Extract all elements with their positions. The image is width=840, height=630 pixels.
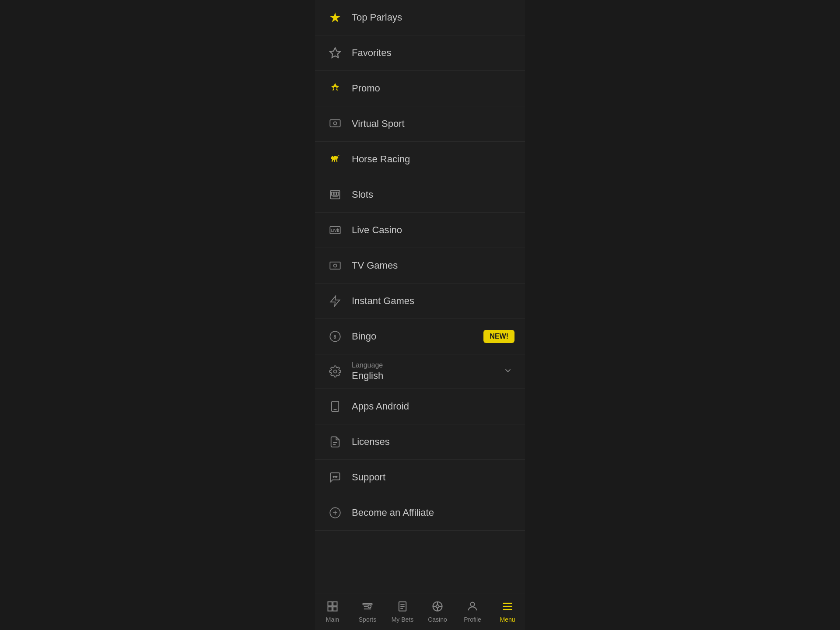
profile-nav-label: Profile [464, 616, 481, 623]
svg-point-12 [337, 228, 339, 230]
svg-rect-30 [328, 602, 332, 606]
nav-item-menu[interactable]: Menu [490, 599, 525, 623]
sports-nav-icon [360, 599, 374, 613]
licenses-icon [327, 434, 343, 450]
svg-point-48 [470, 602, 474, 606]
slots-label: Slots [352, 189, 373, 200]
horse-racing-label: Horse Racing [352, 154, 410, 165]
menu-nav-icon [500, 599, 514, 613]
nav-item-casino[interactable]: Casino [420, 599, 455, 623]
svg-rect-20 [332, 401, 339, 411]
main-nav-icon [326, 599, 340, 613]
svg-point-26 [336, 476, 337, 477]
svg-point-15 [334, 264, 337, 267]
live-casino-label: Live Casino [352, 224, 402, 236]
profile-nav-icon [466, 599, 480, 613]
instant-games-label: Instant Games [352, 295, 414, 307]
menu-item-promo[interactable]: Promo [315, 71, 525, 106]
svg-rect-14 [330, 262, 340, 269]
nav-item-profile[interactable]: Profile [455, 599, 490, 623]
slots-icon [327, 187, 343, 203]
menu-item-support[interactable]: Support [315, 460, 525, 495]
casino-nav-label: Casino [428, 616, 447, 623]
nav-item-sports[interactable]: Sports [350, 599, 385, 623]
promo-icon [327, 80, 343, 96]
bottom-nav: Main Sports My [315, 594, 525, 630]
casino-nav-icon [430, 599, 444, 613]
svg-rect-31 [333, 602, 337, 606]
svg-marker-0 [330, 48, 340, 57]
svg-point-3 [334, 122, 337, 125]
menu-content: Top Parlays Favorites Promo [315, 0, 525, 630]
svg-point-24 [333, 476, 334, 477]
menu-item-virtual-sport[interactable]: Virtual Sport [315, 106, 525, 142]
language-text: Language English [352, 361, 499, 382]
svg-text:8: 8 [334, 334, 336, 340]
menu-item-top-parlays[interactable]: Top Parlays [315, 0, 525, 35]
my-bets-nav-icon [396, 599, 410, 613]
menu-item-live-casino[interactable]: LIVE Live Casino [315, 213, 525, 248]
apps-android-label: Apps Android [352, 401, 409, 412]
svg-rect-7 [334, 192, 336, 195]
svg-rect-2 [330, 120, 340, 127]
svg-point-43 [436, 605, 439, 608]
instant-games-icon [327, 293, 343, 309]
svg-point-1 [334, 87, 337, 90]
svg-point-36 [368, 605, 371, 608]
bingo-badge: NEW! [483, 330, 514, 343]
svg-point-19 [334, 370, 337, 373]
settings-icon [327, 364, 343, 379]
sports-nav-label: Sports [359, 616, 376, 623]
svg-rect-32 [328, 607, 332, 611]
top-parlays-label: Top Parlays [352, 12, 402, 23]
main-nav-label: Main [326, 616, 339, 623]
menu-item-bingo[interactable]: 8 Bingo NEW! [315, 319, 525, 354]
svg-rect-8 [337, 192, 339, 195]
svg-point-13 [337, 231, 339, 232]
affiliate-icon [327, 505, 343, 521]
menu-item-affiliate[interactable]: Become an Affiliate [315, 495, 525, 531]
nav-item-my-bets[interactable]: My Bets [385, 599, 420, 623]
svg-rect-34 [363, 603, 372, 605]
affiliate-label: Become an Affiliate [352, 507, 434, 518]
top-parlays-icon [327, 10, 343, 25]
app-container: Top Parlays Favorites Promo [315, 0, 525, 630]
live-casino-icon: LIVE [327, 222, 343, 238]
menu-item-favorites[interactable]: Favorites [315, 35, 525, 71]
support-label: Support [352, 472, 385, 483]
support-icon [327, 469, 343, 485]
bingo-label: Bingo [352, 331, 376, 342]
menu-item-apps-android[interactable]: Apps Android [315, 389, 525, 424]
svg-point-25 [335, 476, 336, 477]
language-label-text: Language [352, 361, 499, 369]
apps-icon [327, 399, 343, 414]
tv-games-label: TV Games [352, 260, 398, 271]
virtual-sport-label: Virtual Sport [352, 118, 405, 130]
menu-item-slots[interactable]: Slots [315, 177, 525, 213]
virtual-sport-icon [327, 116, 343, 132]
bingo-icon: 8 [327, 329, 343, 344]
nav-item-main[interactable]: Main [315, 599, 350, 623]
menu-item-horse-racing[interactable]: Horse Racing [315, 142, 525, 177]
menu-item-instant-games[interactable]: Instant Games [315, 284, 525, 319]
favorites-label: Favorites [352, 47, 391, 59]
horse-icon [327, 151, 343, 167]
promo-label: Promo [352, 83, 380, 94]
language-selector[interactable]: Language English [315, 354, 525, 389]
my-bets-nav-label: My Bets [392, 616, 414, 623]
svg-rect-6 [332, 192, 334, 195]
svg-rect-33 [333, 607, 337, 611]
menu-item-licenses[interactable]: Licenses [315, 424, 525, 460]
star-icon [327, 45, 343, 61]
menu-nav-label: Menu [500, 616, 515, 623]
menu-item-tv-games[interactable]: TV Games [315, 248, 525, 284]
language-value: English [352, 370, 383, 381]
chevron-down-icon [503, 366, 513, 377]
tv-games-icon [327, 258, 343, 273]
licenses-label: Licenses [352, 436, 390, 448]
